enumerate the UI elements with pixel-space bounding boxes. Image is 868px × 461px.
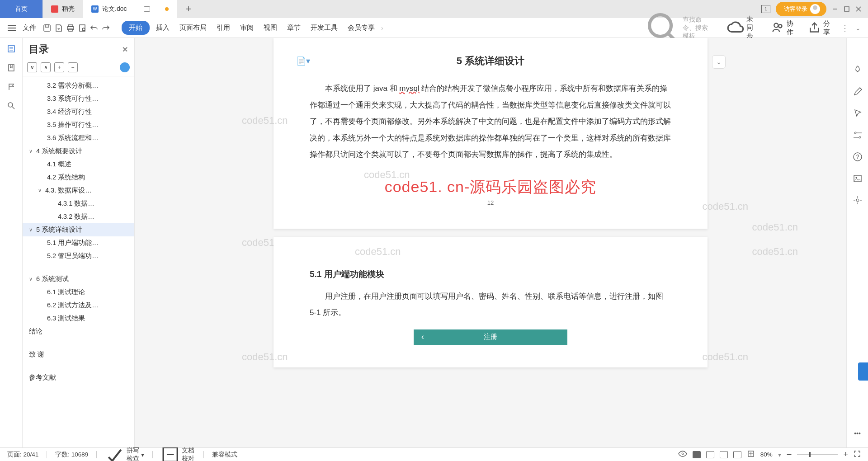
toc-item[interactable]: 4.1 概述 bbox=[23, 158, 134, 171]
toc-item[interactable]: 4.2 系统结构 bbox=[23, 171, 134, 184]
zoom-in-button[interactable]: + bbox=[843, 450, 848, 459]
toc-item[interactable]: 3.4 经济可行性 bbox=[23, 105, 134, 118]
page-indicator[interactable]: 页面: 20/41 bbox=[7, 451, 38, 459]
file-menu[interactable]: 文件 bbox=[19, 21, 40, 35]
more-dots-icon[interactable]: ••• bbox=[853, 428, 863, 438]
collab-button[interactable]: 协作 bbox=[768, 17, 798, 39]
print-preview-icon[interactable] bbox=[78, 24, 87, 33]
word-count[interactable]: 字数: 10689 bbox=[55, 451, 88, 459]
menu-page-layout[interactable]: 页面布局 bbox=[176, 21, 210, 35]
page-settings-icon[interactable]: 📄▾ bbox=[296, 56, 310, 66]
add-level-button[interactable]: + bbox=[54, 62, 64, 72]
image-icon[interactable] bbox=[853, 174, 863, 183]
expand-all-button[interactable]: ∧ bbox=[41, 62, 51, 72]
menu-section[interactable]: 章节 bbox=[283, 21, 304, 35]
view-outline-icon[interactable] bbox=[706, 451, 714, 458]
zoom-out-button[interactable]: − bbox=[787, 449, 792, 460]
view-web-icon[interactable] bbox=[720, 451, 728, 458]
svg-point-11 bbox=[650, 15, 671, 37]
register-banner: ‹ 注册 bbox=[414, 329, 567, 345]
save-icon[interactable] bbox=[42, 24, 52, 33]
tab-home[interactable]: 首页 bbox=[0, 0, 43, 18]
toc-item[interactable]: 3.2 需求分析概… bbox=[23, 79, 134, 92]
zoom-reset-icon[interactable] bbox=[747, 450, 755, 459]
toc-item[interactable]: 3.6 系统流程和… bbox=[23, 132, 134, 145]
more-icon[interactable]: ⋮ bbox=[841, 23, 849, 33]
collapse-ribbon-icon[interactable]: ⌄ bbox=[855, 24, 861, 32]
svg-point-32 bbox=[682, 453, 684, 455]
toc-item[interactable]: 4.3.2 数据… bbox=[23, 210, 134, 223]
cursor-icon[interactable] bbox=[853, 108, 863, 118]
toc-item[interactable]: 结论 bbox=[23, 325, 134, 338]
settings-slider-icon[interactable] bbox=[853, 130, 863, 140]
toc-item[interactable]: 5.1 用户端功能… bbox=[23, 236, 134, 249]
flag-rail-icon[interactable] bbox=[7, 82, 16, 91]
watermark: code51.cn bbox=[355, 246, 401, 258]
collapse-all-button[interactable]: ∨ bbox=[27, 62, 37, 72]
outline-tools: ∨ ∧ + − bbox=[23, 61, 134, 76]
toc-item[interactable]: ∨4.3. 数据库设… bbox=[23, 184, 134, 197]
collapse-page-button[interactable]: ⌄ bbox=[712, 55, 726, 69]
chevron-icon: ∨ bbox=[38, 188, 43, 193]
window-mode-icon[interactable] bbox=[144, 6, 150, 12]
print-icon[interactable] bbox=[66, 24, 75, 33]
toc-item-label: 4.3.2 数据… bbox=[58, 212, 94, 221]
tab-doc-label: 论文.doc bbox=[102, 5, 127, 13]
eye-icon[interactable] bbox=[678, 451, 687, 458]
menu-icon[interactable] bbox=[7, 24, 16, 33]
ai-assistant-icon[interactable] bbox=[120, 62, 130, 72]
toc-item[interactable]: 4.3.1 数据… bbox=[23, 197, 134, 210]
new-tab-button[interactable]: + bbox=[177, 3, 199, 15]
help-icon[interactable]: ? bbox=[853, 152, 863, 162]
bookmark-rail-icon[interactable] bbox=[7, 63, 16, 72]
share-button[interactable]: 分享 bbox=[804, 17, 835, 39]
toc-item-label: 3.3 系统可行性… bbox=[47, 94, 99, 103]
undo-icon[interactable] bbox=[90, 24, 99, 33]
pen-icon[interactable] bbox=[853, 87, 863, 97]
toc-item[interactable]: 3.5 操作可行性… bbox=[23, 118, 134, 132]
menu-insert[interactable]: 插入 bbox=[152, 21, 173, 35]
menu-view[interactable]: 视图 bbox=[260, 21, 281, 35]
outline-rail-icon[interactable] bbox=[7, 44, 16, 53]
tab-document[interactable]: W 论文.doc bbox=[83, 0, 177, 18]
compat-mode[interactable]: 兼容模式 bbox=[212, 451, 237, 459]
zoom-level[interactable]: 80% bbox=[760, 451, 773, 458]
remove-level-button[interactable]: − bbox=[68, 62, 78, 72]
toc-item[interactable]: 6.3 测试结果 bbox=[23, 312, 134, 325]
toc-item[interactable]: ∨5 系统详细设计 bbox=[23, 223, 134, 236]
toc-item[interactable]: 3.3 系统可行性… bbox=[23, 92, 134, 105]
document-canvas[interactable]: 📄▾ ⌄ 5 系统详细设计 本系统使用了 java 和 mysql 结合的结构开… bbox=[135, 38, 846, 447]
menu-devtools[interactable]: 开发工具 bbox=[307, 21, 341, 35]
toc-item-label: 4.3. 数据库设… bbox=[45, 186, 92, 195]
toc-item-label: 6.1 测试理论 bbox=[47, 288, 85, 296]
menu-start[interactable]: 开始 bbox=[122, 21, 150, 35]
toc-item-label: 3.5 操作可行性… bbox=[47, 121, 99, 129]
menu-review[interactable]: 审阅 bbox=[236, 21, 257, 35]
toc-item[interactable]: ∨4 系统概要设计 bbox=[23, 145, 134, 158]
register-label: 注册 bbox=[432, 333, 567, 341]
cloud-icon bbox=[727, 19, 744, 37]
close-outline-icon[interactable]: ✕ bbox=[122, 45, 128, 54]
view-read-icon[interactable] bbox=[733, 451, 741, 458]
tab-daoke[interactable]: 稻壳 bbox=[43, 0, 83, 18]
toc-item[interactable]: 致 谢 bbox=[23, 348, 134, 361]
menu-references[interactable]: 引用 bbox=[213, 21, 234, 35]
svg-line-21 bbox=[12, 107, 14, 109]
side-tab-button[interactable] bbox=[858, 362, 868, 381]
toc-item[interactable]: 5.2 管理员端功… bbox=[23, 249, 134, 263]
toc-item[interactable]: 6.1 测试理论 bbox=[23, 286, 134, 299]
zoom-slider[interactable] bbox=[797, 454, 838, 455]
fullscreen-icon[interactable] bbox=[854, 450, 861, 459]
toc-item[interactable]: 参考文献 bbox=[23, 371, 134, 384]
sparkle-icon[interactable] bbox=[853, 195, 863, 205]
toc-item[interactable]: ∨6 系统测试 bbox=[23, 273, 134, 286]
menu-vip[interactable]: 会员专享 bbox=[344, 21, 378, 35]
back-icon[interactable]: ‹ bbox=[414, 332, 432, 342]
redo-icon[interactable] bbox=[101, 24, 110, 33]
view-page-icon[interactable] bbox=[693, 451, 701, 458]
proofread-button[interactable]: 文档校对 bbox=[161, 445, 195, 461]
save-as-icon[interactable] bbox=[54, 24, 63, 33]
toc-item[interactable]: 6.2 测试方法及… bbox=[23, 299, 134, 312]
rocket-icon[interactable] bbox=[853, 65, 863, 75]
search-rail-icon[interactable] bbox=[7, 101, 16, 110]
